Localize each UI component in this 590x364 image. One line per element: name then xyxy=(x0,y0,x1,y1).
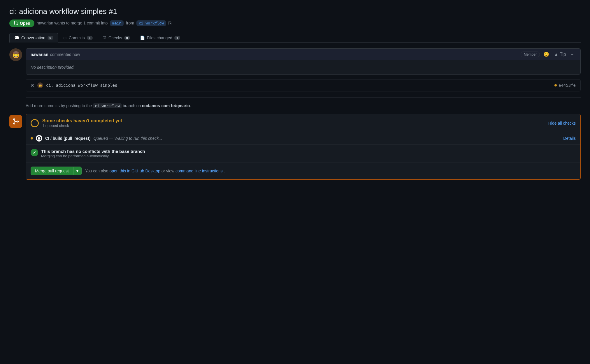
tab-checks[interactable]: ☑ Checks 0 xyxy=(98,33,135,43)
commit-status-dot xyxy=(554,84,557,86)
commit-line: ⊙ 🤠 ci: adiciona workflow simples e4453f… xyxy=(26,79,581,91)
git-pull-request-icon xyxy=(13,21,18,26)
open-badge-label: Open xyxy=(20,21,30,26)
tab-conversation[interactable]: 💬 Conversation 0 xyxy=(9,33,58,43)
comment-username: nawarian xyxy=(31,52,48,57)
tabs-row: 💬 Conversation 0 ⊙ Commits 1 ☑ Checks 0 … xyxy=(9,33,581,43)
details-link[interactable]: Details xyxy=(563,136,576,141)
base-branch-tag: main xyxy=(110,20,124,26)
tab-checks-label: Checks xyxy=(108,36,122,40)
github-icon xyxy=(36,135,42,142)
avatar: 🤠 xyxy=(9,48,22,61)
check-item: CI / build (pull_request) Queued — Waiti… xyxy=(26,132,580,144)
tab-checks-count: 0 xyxy=(124,36,130,40)
checks-icon-box xyxy=(9,115,22,128)
checks-header-left: Some checks haven't completed yet 1 queu… xyxy=(31,118,122,128)
merge-dropdown-button[interactable]: ▾ xyxy=(73,167,82,175)
comment-body: No description provided. xyxy=(26,60,580,74)
tab-commits-count: 1 xyxy=(87,36,93,40)
check-name: CI / build (pull_request) xyxy=(45,136,91,141)
checks-container: Some checks haven't completed yet 1 queu… xyxy=(9,114,581,180)
check-status: Queued — Waiting to run this check... xyxy=(94,136,162,141)
git-merge-icon xyxy=(12,118,19,125)
more-options-button[interactable]: ··· xyxy=(570,51,576,58)
hide-all-checks-link[interactable]: Hide all checks xyxy=(548,121,576,126)
separator xyxy=(26,97,581,98)
merge-help-text: You can also open this in GitHub Desktop… xyxy=(85,169,225,173)
merge-button-group: Merge pull request ▾ xyxy=(31,167,82,175)
subtitle-row: Open nawarian wants to merge 1 commit in… xyxy=(9,20,581,27)
checks-panel: Some checks haven't completed yet 1 queu… xyxy=(26,114,581,180)
info-text: Add more commits by pushing to the ci_wo… xyxy=(26,103,581,108)
checks-title: Some checks haven't completed yet xyxy=(42,118,122,123)
check-ok-icon: ✓ xyxy=(31,149,38,156)
checks-subtitle: 1 queued check xyxy=(42,123,122,128)
github-logo-icon xyxy=(37,136,41,140)
no-conflict-text: This branch has no conflicts with the ba… xyxy=(41,149,145,158)
checks-icon: ☑ xyxy=(103,36,106,40)
comment-header-right: Member 😊 ▲ Tip ··· xyxy=(521,51,576,58)
head-branch-tag: ci_workflow xyxy=(136,20,166,26)
comment-header: nawarian commented now Member 😊 ▲ Tip ··… xyxy=(26,49,580,60)
commit-hash: e4453fe xyxy=(554,83,576,88)
tab-conversation-count: 0 xyxy=(48,36,53,40)
no-conflict-subtitle: Merging can be performed automatically. xyxy=(41,154,145,158)
tab-commits[interactable]: ⊙ Commits 1 xyxy=(58,33,98,43)
merge-row: Merge pull request ▾ You can also open t… xyxy=(26,162,580,179)
copy-icon[interactable]: ⎘ xyxy=(168,21,171,26)
no-conflict-row: ✓ This branch has no conflicts with the … xyxy=(26,144,580,162)
files-changed-icon: 📄 xyxy=(140,36,145,40)
branch-inline-code: ci_workflow xyxy=(93,103,122,108)
comment-header-left: nawarian commented now xyxy=(31,52,80,57)
commit-avatar: 🤠 xyxy=(37,82,43,88)
commits-icon: ⊙ xyxy=(63,36,67,40)
tab-files-changed-count: 1 xyxy=(174,36,180,40)
open-badge: Open xyxy=(9,20,34,27)
merge-pull-request-button[interactable]: Merge pull request xyxy=(31,167,73,175)
conversation-icon: 💬 xyxy=(14,36,19,40)
comment-section: 🤠 nawarian commented now Member 😊 ▲ Tip … xyxy=(9,48,581,75)
tab-files-changed-label: Files changed xyxy=(147,36,172,40)
emoji-reaction-button[interactable]: 😊 xyxy=(542,51,550,58)
open-github-desktop-link[interactable]: open this in GitHub Desktop xyxy=(110,169,160,173)
tip-button[interactable]: ▲ Tip xyxy=(553,51,567,58)
commit-graph-icon: ⊙ xyxy=(31,83,34,88)
comment-box: nawarian commented now Member 😊 ▲ Tip ··… xyxy=(26,48,581,75)
check-title-group: Some checks haven't completed yet 1 queu… xyxy=(42,118,122,128)
subtitle-description: nawarian wants to merge 1 commit into ma… xyxy=(37,21,171,26)
check-item-dot xyxy=(31,137,33,139)
checks-header: Some checks haven't completed yet 1 queu… xyxy=(26,114,580,132)
page-title: ci: adiciona workflow simples #1 xyxy=(9,7,581,16)
no-conflict-title: This branch has no conflicts with the ba… xyxy=(41,149,145,154)
commit-message: ci: adiciona workflow simples xyxy=(46,83,552,88)
tab-conversation-label: Conversation xyxy=(21,36,45,40)
tab-commits-label: Commits xyxy=(69,36,85,40)
comment-time: commented now xyxy=(50,52,80,57)
member-badge: Member xyxy=(521,52,540,57)
tab-files-changed[interactable]: 📄 Files changed 1 xyxy=(135,33,185,43)
repo-name: codamos-com-br/qmario xyxy=(142,103,190,108)
command-line-instructions-link[interactable]: command line instructions xyxy=(175,169,223,173)
pending-circle-icon xyxy=(31,119,39,127)
